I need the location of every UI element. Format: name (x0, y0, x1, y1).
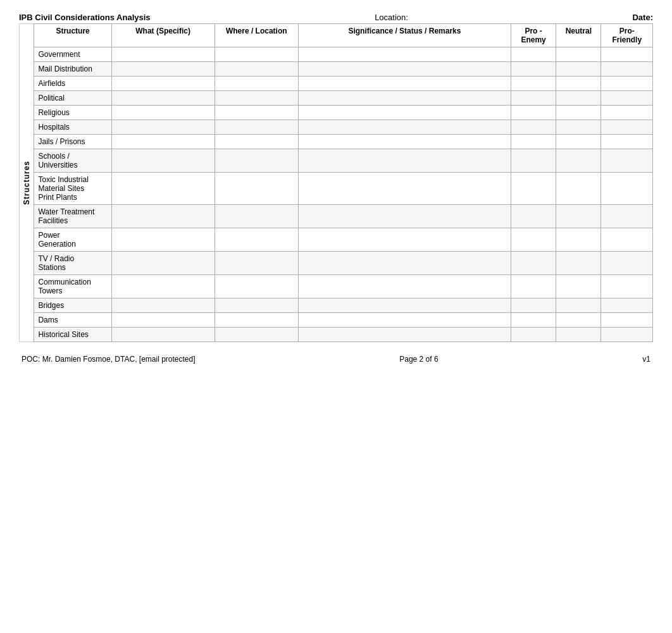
data-cell[interactable] (111, 135, 215, 149)
data-cell[interactable] (511, 62, 556, 77)
data-cell[interactable] (298, 275, 511, 298)
data-cell[interactable] (298, 149, 511, 173)
data-cell[interactable] (111, 62, 215, 77)
data-cell[interactable] (556, 173, 601, 205)
data-cell[interactable] (298, 252, 511, 275)
data-cell[interactable] (215, 252, 298, 275)
data-cell[interactable] (601, 62, 653, 77)
data-cell[interactable] (298, 328, 511, 342)
data-cell[interactable] (298, 62, 511, 77)
data-cell[interactable] (511, 120, 556, 135)
data-cell[interactable] (215, 298, 298, 313)
data-cell[interactable] (215, 62, 298, 77)
data-cell[interactable] (601, 135, 653, 149)
data-cell[interactable] (511, 47, 556, 62)
data-cell[interactable] (111, 298, 215, 313)
data-cell[interactable] (601, 228, 653, 252)
data-cell[interactable] (556, 275, 601, 298)
data-cell[interactable] (215, 205, 298, 228)
data-cell[interactable] (215, 106, 298, 120)
data-cell[interactable] (556, 106, 601, 120)
data-cell[interactable] (511, 135, 556, 149)
data-cell[interactable] (111, 313, 215, 328)
data-cell[interactable] (556, 135, 601, 149)
data-cell[interactable] (601, 275, 653, 298)
data-cell[interactable] (215, 47, 298, 62)
data-cell[interactable] (298, 298, 511, 313)
data-cell[interactable] (601, 106, 653, 120)
data-cell[interactable] (511, 313, 556, 328)
data-cell[interactable] (556, 91, 601, 106)
data-cell[interactable] (298, 77, 511, 91)
data-cell[interactable] (298, 205, 511, 228)
data-cell[interactable] (215, 275, 298, 298)
data-cell[interactable] (601, 149, 653, 173)
data-cell[interactable] (556, 77, 601, 91)
data-cell[interactable] (601, 91, 653, 106)
data-cell[interactable] (298, 173, 511, 205)
data-cell[interactable] (601, 173, 653, 205)
data-cell[interactable] (511, 106, 556, 120)
data-cell[interactable] (111, 228, 215, 252)
structure-name-cell: Religious (34, 106, 111, 120)
data-cell[interactable] (215, 120, 298, 135)
data-cell[interactable] (556, 149, 601, 173)
data-cell[interactable] (511, 275, 556, 298)
data-cell[interactable] (511, 205, 556, 228)
data-cell[interactable] (511, 91, 556, 106)
data-cell[interactable] (111, 205, 215, 228)
data-cell[interactable] (215, 328, 298, 342)
data-cell[interactable] (556, 298, 601, 313)
data-cell[interactable] (556, 62, 601, 77)
data-cell[interactable] (215, 149, 298, 173)
table-row: Jails / Prisons (34, 135, 653, 149)
data-cell[interactable] (298, 47, 511, 62)
data-cell[interactable] (298, 313, 511, 328)
data-cell[interactable] (111, 328, 215, 342)
data-cell[interactable] (111, 91, 215, 106)
data-cell[interactable] (601, 205, 653, 228)
data-cell[interactable] (556, 228, 601, 252)
data-cell[interactable] (511, 252, 556, 275)
data-cell[interactable] (556, 205, 601, 228)
data-cell[interactable] (511, 173, 556, 205)
data-cell[interactable] (215, 313, 298, 328)
data-cell[interactable] (601, 120, 653, 135)
data-cell[interactable] (111, 252, 215, 275)
data-cell[interactable] (111, 106, 215, 120)
data-cell[interactable] (111, 275, 215, 298)
data-cell[interactable] (298, 228, 511, 252)
data-cell[interactable] (215, 77, 298, 91)
data-cell[interactable] (556, 120, 601, 135)
data-cell[interactable] (511, 328, 556, 342)
data-cell[interactable] (111, 149, 215, 173)
data-cell[interactable] (111, 47, 215, 62)
data-cell[interactable] (556, 313, 601, 328)
data-cell[interactable] (215, 91, 298, 106)
data-cell[interactable] (215, 135, 298, 149)
data-cell[interactable] (601, 252, 653, 275)
data-cell[interactable] (511, 149, 556, 173)
data-cell[interactable] (298, 135, 511, 149)
data-cell[interactable] (601, 328, 653, 342)
data-cell[interactable] (556, 47, 601, 62)
data-cell[interactable] (601, 298, 653, 313)
data-cell[interactable] (111, 77, 215, 91)
data-cell[interactable] (298, 106, 511, 120)
table-row: Historical Sites (34, 328, 653, 342)
data-cell[interactable] (556, 328, 601, 342)
data-cell[interactable] (215, 228, 298, 252)
data-cell[interactable] (601, 313, 653, 328)
data-cell[interactable] (511, 298, 556, 313)
data-cell[interactable] (511, 77, 556, 91)
data-cell[interactable] (511, 228, 556, 252)
page-container: IPB Civil Considerations Analysis Locati… (0, 0, 672, 633)
data-cell[interactable] (298, 120, 511, 135)
data-cell[interactable] (556, 252, 601, 275)
data-cell[interactable] (601, 77, 653, 91)
data-cell[interactable] (111, 120, 215, 135)
data-cell[interactable] (601, 47, 653, 62)
data-cell[interactable] (215, 173, 298, 205)
data-cell[interactable] (111, 173, 215, 205)
data-cell[interactable] (298, 91, 511, 106)
